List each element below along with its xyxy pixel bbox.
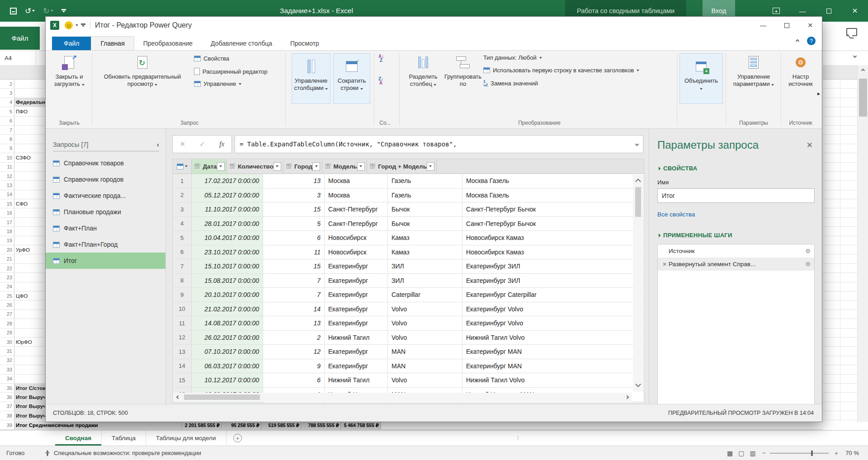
table-horizontal-scrollbar[interactable] (173, 393, 632, 402)
table-row[interactable]: 5 10.04.2017 0:00:00 6 Новосибирск Камаз… (173, 231, 644, 245)
column-type-icon[interactable]: ABC123 (325, 164, 331, 169)
query-item[interactable]: Факт+План+Город (46, 236, 165, 253)
accessibility-text[interactable]: Специальные возможности: проверьте реком… (54, 450, 201, 456)
excel-row[interactable]: 28 (0, 319, 45, 328)
filter-icon[interactable] (312, 162, 320, 171)
pq-ribbon-tab[interactable]: Добавление столбца (202, 37, 281, 50)
panel-close-icon[interactable]: ✕ (807, 141, 815, 150)
excel-row[interactable]: 8 (0, 135, 45, 144)
scroll-right-icon[interactable] (625, 395, 629, 399)
query-item[interactable]: Фактические прода... (46, 188, 165, 204)
pq-ribbon-tab[interactable]: Преобразование (134, 37, 202, 50)
excel-row[interactable]: 9 (0, 144, 45, 153)
all-properties-link[interactable]: Все свойства (657, 211, 695, 218)
pq-ribbon-tab[interactable]: Главная (91, 36, 134, 50)
excel-row[interactable]: 31 (0, 347, 45, 356)
manage-button[interactable]: Управление (194, 80, 241, 87)
scroll-left-icon[interactable] (176, 395, 180, 399)
excel-row[interactable]: 10 СЗФО (0, 153, 45, 162)
group-by-button[interactable]: Группировать по (443, 53, 482, 88)
table-row[interactable]: 4 28.01.2017 0:00:00 5 Санкт-Петербург Б… (173, 217, 644, 231)
query-item[interactable]: Факт+План (46, 220, 165, 236)
section-expander-icon[interactable] (657, 166, 660, 170)
pq-close-button[interactable]: ✕ (798, 17, 822, 34)
save-icon[interactable] (10, 8, 17, 14)
excel-row[interactable]: 23 (0, 273, 45, 282)
comments-icon[interactable] (846, 28, 857, 36)
step-settings-gear-icon[interactable]: ⚙ (805, 248, 811, 254)
column-header[interactable]: ABC123 Модель (322, 159, 367, 174)
view-page-break-icon[interactable]: ▥ (750, 450, 756, 457)
excel-row[interactable]: 24 (0, 282, 45, 291)
column-type-icon[interactable]: ABC123 (370, 164, 376, 169)
table-row[interactable]: 2 05.12.2017 0:00:00 3 Москва Газель Мос… (173, 188, 644, 203)
table-vertical-scrollbar[interactable] (633, 175, 643, 392)
table-row[interactable]: 8 15.08.2017 0:00:00 7 Екатеринбург ЗИЛ … (173, 274, 644, 288)
excel-row[interactable]: 30 ЮрФО (0, 338, 45, 347)
excel-row[interactable]: 32 (0, 356, 45, 365)
scrollbar-thumb[interactable] (184, 394, 260, 400)
filter-icon[interactable] (217, 162, 225, 171)
zoom-level[interactable]: 70 % (845, 450, 859, 456)
excel-close-button[interactable]: ✕ (842, 0, 868, 22)
ribbon-overflow-icon[interactable]: ▸ (817, 90, 820, 97)
excel-row[interactable]: 27 (0, 310, 45, 319)
scrollbar-thumb[interactable] (635, 187, 641, 217)
column-type-icon[interactable]: ABC123 (194, 164, 200, 169)
zoom-slider[interactable] (770, 453, 829, 454)
name-box[interactable]: A4 (0, 51, 36, 65)
column-header[interactable]: ABC123 Дата (192, 159, 227, 174)
excel-row[interactable]: 14 (0, 190, 45, 199)
excel-row[interactable]: 7 (0, 126, 45, 135)
excel-row[interactable]: 19 (0, 236, 45, 245)
scroll-up-icon[interactable] (635, 178, 641, 184)
step-settings-gear-icon[interactable]: ⚙ (805, 261, 811, 268)
tabbar-splitter[interactable]: ⁞ (517, 431, 519, 446)
table-row[interactable]: 7 15.10.2017 0:00:00 15 Екатеринбург ЗИЛ… (173, 259, 644, 274)
excel-row[interactable]: 2 (0, 80, 45, 89)
split-column-button[interactable]: Разделить столбец (404, 53, 443, 88)
pq-ribbon-tab[interactable]: Файл (52, 37, 91, 50)
formula-accept-icon[interactable]: ✓ (199, 140, 205, 148)
excel-file-tab[interactable]: Файл (0, 27, 40, 50)
first-row-headers-button[interactable]: Использовать первую строку в качестве за… (483, 67, 639, 74)
help-icon[interactable]: ? (807, 37, 816, 45)
data-type-button[interactable]: Тип данных: Любой (483, 54, 542, 61)
column-header[interactable]: ABC123 Город + Модель (367, 159, 437, 174)
excel-row[interactable]: 26 (0, 300, 45, 310)
close-and-load-button[interactable]: ↗ Закрыть и загрузить (49, 53, 89, 88)
excel-row[interactable]: 11 (0, 163, 45, 172)
table-row[interactable]: 1 17.02.2017 0:00:00 13 Москва Газель Мо… (173, 174, 644, 188)
sheet-tab[interactable]: Таблицы для модели (146, 431, 226, 446)
excel-row[interactable]: 3 (0, 89, 45, 98)
advanced-editor-button[interactable]: Расширенный редактор (194, 68, 268, 75)
undo-icon[interactable]: ↺ (25, 6, 35, 16)
excel-row[interactable]: 12 (0, 172, 45, 181)
excel-row[interactable]: 18 (0, 227, 45, 236)
formula-bar-collapse-icon[interactable] (853, 54, 857, 58)
excel-row[interactable]: 34 (0, 375, 45, 384)
excel-row[interactable]: 15 СФО (0, 199, 45, 208)
excel-row[interactable]: 37 Итог Выруч (0, 402, 45, 411)
pq-ribbon-tab[interactable]: Просмотр (281, 37, 328, 50)
table-row[interactable]: 6 23.10.2017 0:00:00 11 Новосибирск Кама… (173, 245, 644, 260)
excel-row[interactable]: 33 (0, 365, 45, 374)
zoom-out-icon[interactable]: − (762, 450, 766, 456)
table-row[interactable]: 14 06.03.2017 0:00:00 9 Екатеринбург MAN… (173, 359, 644, 374)
query-name-input[interactable] (657, 188, 815, 203)
table-row[interactable]: 3 11.10.2017 0:00:00 15 Санкт-Петербург … (173, 202, 644, 217)
excel-row[interactable]: 4 Федеральны (0, 98, 45, 107)
formula-expand-icon[interactable] (635, 142, 639, 146)
reduce-rows-button[interactable]: ✓ Сократить строки (333, 53, 370, 104)
data-source-settings-button[interactable]: ⚙ Настристочник (783, 53, 819, 88)
query-item[interactable]: Справочник городов (46, 171, 165, 188)
section-expander-icon[interactable] (657, 233, 660, 237)
sheet-tab[interactable]: Таблица (102, 431, 146, 446)
customize-toolbar-icon[interactable] (81, 23, 85, 27)
combine-button[interactable]: + Объединить (679, 53, 723, 104)
zoom-in-icon[interactable]: ＋ (833, 449, 839, 457)
table-row[interactable]: 15 10.12.2017 0:00:00 6 Нижний Тагил Vol… (173, 373, 644, 388)
select-all-icon[interactable] (173, 159, 192, 174)
filter-icon[interactable] (427, 162, 434, 171)
pq-maximize-button[interactable] (775, 17, 798, 34)
